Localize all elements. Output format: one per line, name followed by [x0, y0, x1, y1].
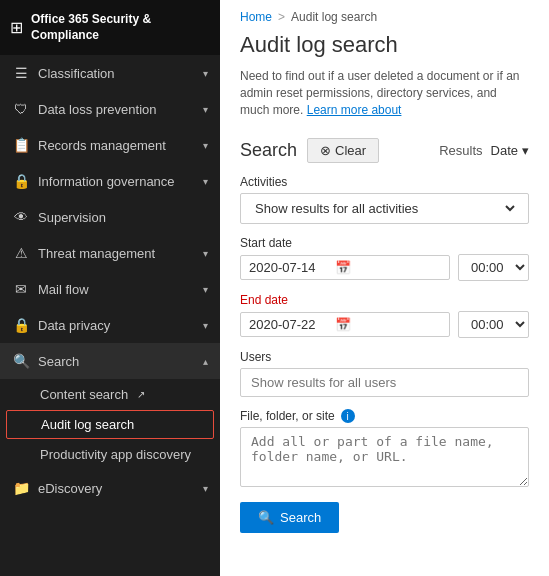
breadcrumb: Home > Audit log search	[220, 0, 549, 28]
sidebar-item-ediscovery[interactable]: 📁 eDiscovery ▾	[0, 470, 220, 506]
main-content: Home > Audit log search Audit log search…	[220, 0, 549, 576]
start-time-select[interactable]: 00:00	[458, 254, 529, 281]
info-text: Need to find out if a user deleted a doc…	[220, 64, 549, 128]
threat-icon: ⚠	[12, 245, 30, 261]
sidebar-subitem-content-search[interactable]: Content search ↗	[0, 379, 220, 410]
app-header: ⊞ Office 365 Security & Compliance	[0, 0, 220, 55]
chevron-up-icon: ▴	[203, 356, 208, 367]
sidebar-item-search[interactable]: 🔍 Search ▴	[0, 343, 220, 379]
start-date-input-wrap: 📅	[240, 255, 450, 280]
activities-dropdown[interactable]: Show results for all activities	[240, 193, 529, 224]
breadcrumb-separator: >	[278, 10, 285, 24]
search-btn-icon: 🔍	[258, 510, 274, 525]
end-date-row: 📅 00:00	[240, 311, 529, 338]
sort-chevron-icon[interactable]: ▾	[522, 143, 529, 158]
results-label: Results	[439, 143, 482, 158]
start-date-field-group: Start date 📅 00:00	[240, 236, 529, 281]
sidebar-item-records-management[interactable]: 📋 Records management ▾	[0, 127, 220, 163]
end-date-input-wrap: 📅	[240, 312, 450, 337]
sidebar-item-data-privacy[interactable]: 🔒 Data privacy ▾	[0, 307, 220, 343]
chevron-down-icon: ▾	[203, 483, 208, 494]
users-field-group: Users	[240, 350, 529, 397]
external-link-icon: ↗	[137, 389, 145, 400]
chevron-down-icon: ▾	[203, 284, 208, 295]
clear-button[interactable]: ⊗ Clear	[307, 138, 379, 163]
end-date-field-group: End date 📅 00:00	[240, 293, 529, 338]
page-title: Audit log search	[220, 28, 549, 64]
calendar-icon[interactable]: 📅	[335, 260, 351, 275]
info-icon[interactable]: i	[341, 409, 355, 423]
sidebar-item-mail-flow[interactable]: ✉ Mail flow ▾	[0, 271, 220, 307]
supervision-icon: 👁	[12, 209, 30, 225]
file-folder-field-group: File, folder, or site i	[240, 409, 529, 490]
chevron-down-icon: ▾	[203, 104, 208, 115]
privacy-icon: 🔒	[12, 317, 30, 333]
date-sort: Date ▾	[491, 143, 529, 158]
sidebar-item-threat-management[interactable]: ⚠ Threat management ▾	[0, 235, 220, 271]
sidebar-subitem-productivity-app-discovery[interactable]: Productivity app discovery	[0, 439, 220, 470]
chevron-down-icon: ▾	[203, 320, 208, 331]
calendar-icon[interactable]: 📅	[335, 317, 351, 332]
classification-icon: ☰	[12, 65, 30, 81]
start-date-input[interactable]	[249, 260, 329, 275]
records-icon: 📋	[12, 137, 30, 153]
users-label: Users	[240, 350, 529, 364]
ediscovery-icon: 📁	[12, 480, 30, 496]
governance-icon: 🔒	[12, 173, 30, 189]
activities-field-group: Activities Show results for all activiti…	[240, 175, 529, 224]
sidebar-item-supervision[interactable]: 👁 Supervision ▾	[0, 199, 220, 235]
file-folder-label: File, folder, or site	[240, 409, 335, 423]
sidebar-item-classification[interactable]: ☰ Classification ▾	[0, 55, 220, 91]
chevron-down-icon: ▾	[203, 248, 208, 259]
breadcrumb-current: Audit log search	[291, 10, 377, 24]
learn-more-link[interactable]: Learn more about	[307, 103, 402, 117]
file-folder-label-row: File, folder, or site i	[240, 409, 529, 423]
chevron-down-icon: ▾	[203, 140, 208, 151]
start-date-label: Start date	[240, 236, 529, 250]
end-time-select[interactable]: 00:00	[458, 311, 529, 338]
mail-icon: ✉	[12, 281, 30, 297]
search-header: Search ⊗ Clear Results Date ▾	[240, 138, 529, 163]
search-area: Search ⊗ Clear Results Date ▾ Activities…	[220, 128, 549, 576]
activities-label: Activities	[240, 175, 529, 189]
app-title: Office 365 Security & Compliance	[31, 12, 210, 43]
results-header: Results Date ▾	[439, 143, 529, 158]
search-icon: 🔍	[12, 353, 30, 369]
sidebar: ⊞ Office 365 Security & Compliance ☰ Cla…	[0, 0, 220, 576]
file-folder-textarea[interactable]	[240, 427, 529, 487]
grid-icon: ⊞	[10, 18, 23, 37]
sidebar-item-information-governance[interactable]: 🔒 Information governance ▾	[0, 163, 220, 199]
clear-icon: ⊗	[320, 143, 331, 158]
chevron-down-icon: ▾	[203, 68, 208, 79]
end-date-input[interactable]	[249, 317, 329, 332]
breadcrumb-home[interactable]: Home	[240, 10, 272, 24]
search-button[interactable]: 🔍 Search	[240, 502, 339, 533]
users-input[interactable]	[240, 368, 529, 397]
sidebar-subitem-audit-log-search[interactable]: Audit log search	[6, 410, 214, 439]
search-section-title: Search	[240, 140, 297, 161]
dlp-icon: 🛡	[12, 101, 30, 117]
activities-select[interactable]: Show results for all activities	[251, 200, 518, 217]
sidebar-item-data-loss-prevention[interactable]: 🛡 Data loss prevention ▾	[0, 91, 220, 127]
start-date-row: 📅 00:00	[240, 254, 529, 281]
end-date-label: End date	[240, 293, 529, 307]
chevron-down-icon: ▾	[203, 176, 208, 187]
